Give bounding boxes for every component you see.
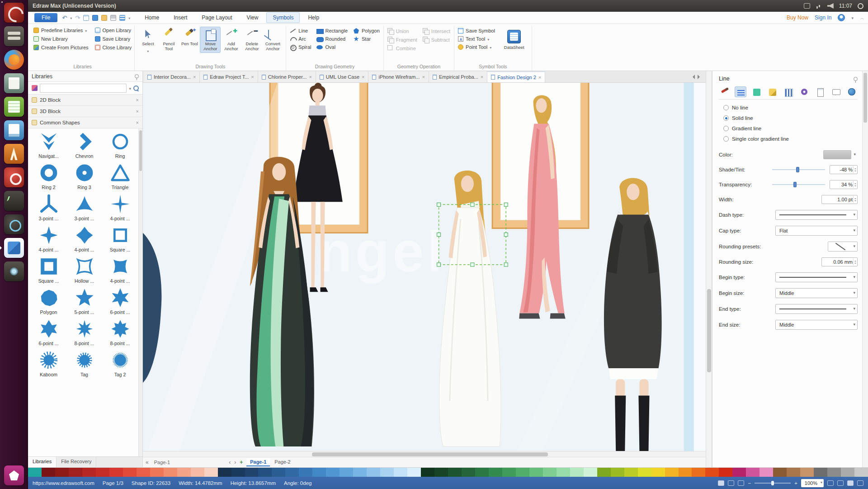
color-swatch[interactable] bbox=[285, 468, 299, 477]
ribbon-tab[interactable]: Insert bbox=[167, 12, 193, 23]
color-swatch[interactable] bbox=[543, 468, 557, 477]
undo-icon[interactable] bbox=[62, 15, 67, 21]
line-tool-button[interactable]: Line bbox=[290, 28, 311, 33]
zoom-in-icon[interactable] bbox=[794, 480, 797, 486]
new-document-icon[interactable] bbox=[83, 15, 89, 21]
layout-icon[interactable] bbox=[782, 86, 794, 97]
document-tab[interactable]: Empirical Proba... bbox=[429, 71, 487, 82]
arc-tool-button[interactable]: Arc bbox=[290, 36, 311, 42]
color-swatch[interactable] bbox=[177, 468, 191, 477]
color-swatch[interactable] bbox=[434, 468, 448, 477]
point-tool-button[interactable]: Point Tool bbox=[458, 44, 495, 50]
library-search-input[interactable] bbox=[40, 84, 127, 93]
create-from-pictures-button[interactable]: Create From Pictures bbox=[33, 45, 89, 50]
collapse-ribbon-icon[interactable] bbox=[860, 14, 864, 21]
scrollbar-thumb[interactable] bbox=[312, 452, 548, 456]
pencil-tool-button[interactable]: Pencil Tool bbox=[158, 27, 179, 53]
color-swatch[interactable] bbox=[394, 468, 407, 477]
launcher-icon-files[interactable] bbox=[4, 26, 24, 46]
select-tool-button[interactable]: Select bbox=[137, 27, 158, 55]
union-button[interactable]: Union bbox=[387, 28, 417, 34]
color-swatch[interactable] bbox=[665, 468, 679, 477]
canvas-drawing[interactable]: ngel bbox=[143, 83, 706, 451]
begin-size-dropdown[interactable]: Middle bbox=[775, 288, 858, 298]
datasheet-button[interactable]: DataSheet bbox=[500, 28, 528, 50]
shape-item[interactable]: 6-point ... bbox=[102, 287, 138, 315]
launcher-icon-terminal[interactable] bbox=[4, 191, 24, 211]
close-tab-icon[interactable] bbox=[538, 75, 541, 80]
color-swatch[interactable] bbox=[82, 468, 96, 477]
panel-scrollbar[interactable] bbox=[862, 71, 868, 467]
color-swatch[interactable] bbox=[96, 468, 109, 477]
qat-customize-icon[interactable] bbox=[128, 14, 130, 21]
color-swatch[interactable] bbox=[814, 468, 827, 477]
color-swatch[interactable] bbox=[137, 468, 150, 477]
line-type-radio[interactable]: Gradient line bbox=[723, 126, 858, 131]
scrollbar-thumb[interactable] bbox=[139, 130, 142, 171]
canvas-accent-strip[interactable] bbox=[684, 83, 694, 451]
presentation-icon[interactable] bbox=[857, 480, 863, 486]
move-anchor-button[interactable]: Move Anchor bbox=[200, 27, 221, 53]
library-section-common-shapes[interactable]: Common Shapes bbox=[28, 117, 142, 128]
file-recovery-bottom-tab[interactable]: File Recovery bbox=[57, 457, 96, 467]
dash-type-dropdown[interactable] bbox=[775, 210, 858, 220]
shape-item[interactable]: 3-point ... bbox=[66, 194, 102, 221]
comment-icon[interactable] bbox=[830, 86, 841, 97]
fit-page-icon[interactable] bbox=[827, 480, 834, 486]
end-size-dropdown[interactable]: Middle bbox=[775, 320, 858, 330]
library-scrollbar[interactable] bbox=[138, 128, 142, 456]
begin-type-dropdown[interactable] bbox=[775, 272, 858, 282]
fill-icon[interactable] bbox=[750, 86, 762, 97]
document-tab[interactable]: Edraw Project T... bbox=[200, 71, 258, 82]
first-page-icon[interactable] bbox=[146, 459, 149, 465]
spinner-icon[interactable] bbox=[853, 196, 857, 203]
color-swatch[interactable] bbox=[258, 468, 272, 477]
color-swatch[interactable] bbox=[109, 468, 123, 477]
session-gear-icon[interactable] bbox=[858, 3, 863, 9]
search-icon[interactable] bbox=[133, 85, 139, 91]
color-swatch[interactable] bbox=[638, 468, 651, 477]
close-library-button[interactable]: Close Library bbox=[95, 45, 132, 50]
color-swatch[interactable] bbox=[123, 468, 137, 477]
color-swatch[interactable] bbox=[611, 468, 624, 477]
rounded-tool-button[interactable]: Rounded bbox=[316, 36, 348, 42]
page-tab[interactable]: Page-2 bbox=[271, 458, 294, 466]
slider-thumb[interactable] bbox=[796, 167, 799, 172]
clock[interactable]: 11:07 bbox=[839, 3, 852, 9]
line-type-radio[interactable]: Single color gradient line bbox=[723, 136, 858, 142]
shape-item[interactable]: 4-point ... bbox=[102, 194, 138, 221]
color-swatch[interactable] bbox=[231, 468, 245, 477]
color-swatch[interactable] bbox=[245, 468, 259, 477]
pin-icon[interactable] bbox=[135, 74, 139, 78]
close-icon[interactable] bbox=[136, 109, 139, 114]
normal-view-icon[interactable] bbox=[718, 480, 724, 486]
shape-item[interactable]: Chevron bbox=[66, 131, 102, 159]
shape-item[interactable]: Navigat... bbox=[31, 131, 66, 159]
rounding-presets-dropdown[interactable] bbox=[828, 242, 858, 252]
shape-item[interactable]: 4-point ... bbox=[66, 225, 102, 252]
close-tab-icon[interactable] bbox=[362, 74, 364, 80]
cap-type-dropdown[interactable]: Flat bbox=[775, 226, 858, 236]
zoom-level-select[interactable]: 100% bbox=[801, 479, 824, 487]
add-page-icon[interactable] bbox=[240, 459, 243, 465]
shape-item[interactable]: Tag bbox=[66, 350, 102, 377]
account-avatar[interactable] bbox=[838, 14, 845, 21]
color-swatch[interactable] bbox=[773, 468, 787, 477]
undo-dropdown-icon[interactable] bbox=[70, 14, 72, 21]
library-section-3d-block[interactable]: 3D Block bbox=[28, 106, 142, 117]
color-swatch[interactable] bbox=[218, 468, 231, 477]
status-url[interactable]: https://www.edrawsoft.com bbox=[33, 480, 94, 486]
oval-tool-button[interactable]: Oval bbox=[316, 44, 348, 50]
sign-in-link[interactable]: Sign In bbox=[815, 14, 831, 21]
combine-button[interactable]: Combine bbox=[387, 45, 417, 51]
document-tab[interactable]: Interior Decora... bbox=[144, 71, 200, 82]
rounding-size-value[interactable]: 0.06 mm bbox=[821, 257, 858, 266]
shape-item[interactable]: Ring 2 bbox=[31, 162, 66, 190]
shape-item[interactable]: Triangle bbox=[102, 162, 138, 190]
line-type-radio[interactable]: Solid line bbox=[723, 115, 858, 121]
zoom-slider[interactable] bbox=[755, 483, 791, 484]
fit-width-icon[interactable] bbox=[837, 480, 844, 486]
libraries-bottom-tab[interactable]: Libraries bbox=[28, 457, 57, 467]
shape-item[interactable]: 4-point ... bbox=[102, 256, 138, 284]
color-swatch[interactable] bbox=[164, 468, 177, 477]
